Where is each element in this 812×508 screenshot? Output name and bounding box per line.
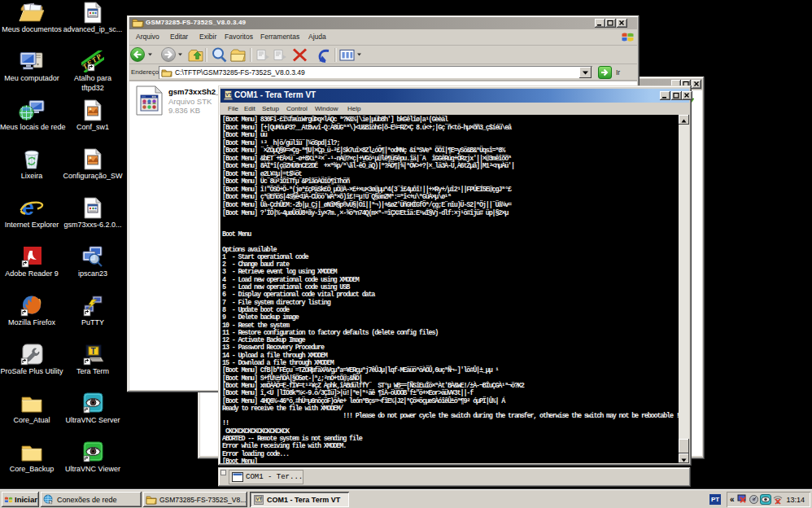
svg-text:VT: VT: [256, 497, 263, 501]
svg-text:e: e: [22, 197, 34, 219]
svg-text:VT: VT: [225, 92, 232, 97]
svg-text:T: T: [91, 347, 96, 356]
